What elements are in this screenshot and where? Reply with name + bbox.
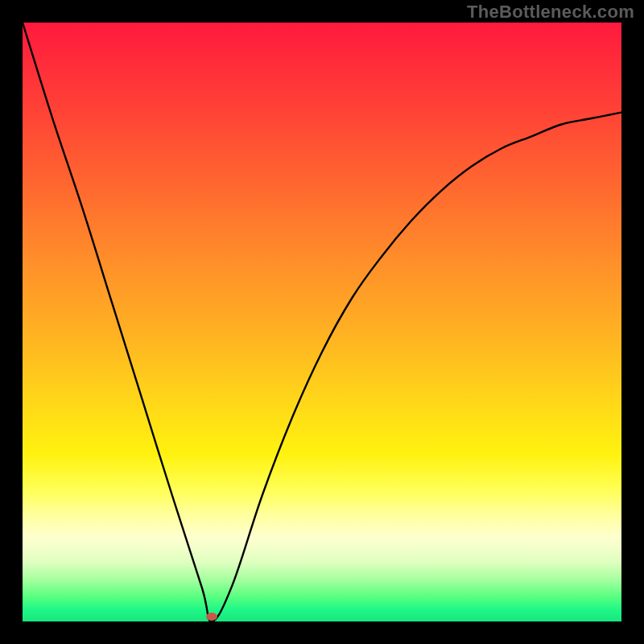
chart-stage: TheBottleneck.com (0, 0, 644, 644)
watermark-text: TheBottleneck.com (467, 2, 634, 23)
bottleneck-curve (23, 23, 621, 621)
bottleneck-marker (206, 613, 217, 621)
plot-area (23, 23, 621, 621)
curve-layer (23, 23, 621, 621)
